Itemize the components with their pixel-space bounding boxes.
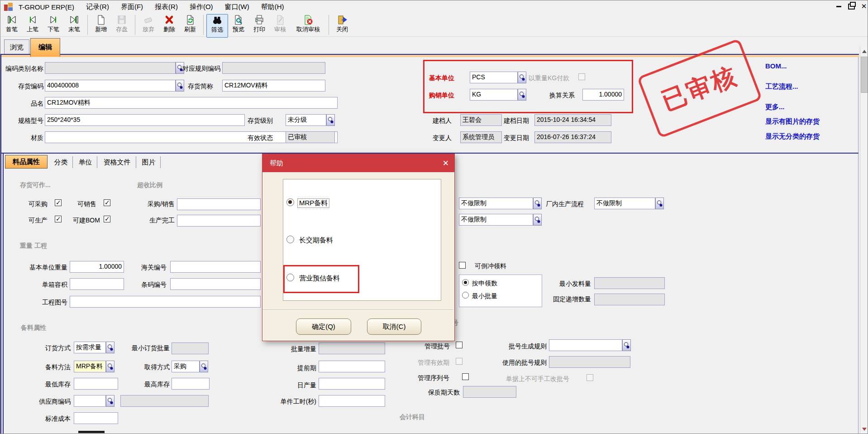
mrp-prepare-radio[interactable] <box>286 198 294 206</box>
subtab-classification[interactable]: 分类 <box>49 156 73 168</box>
toolbar-filter-button[interactable]: 筛选 <box>206 14 228 38</box>
restriction-field-1[interactable]: 不做限制 <box>459 198 533 209</box>
supplier-code-lookup-icon[interactable] <box>106 395 114 407</box>
inventory-level-lookup-icon[interactable] <box>326 114 335 126</box>
rule-code-field[interactable] <box>222 62 325 74</box>
trade-unit-field[interactable]: KG <box>470 89 518 101</box>
menu-operate[interactable]: 操作(O) <box>184 3 219 11</box>
sellable-checkbox[interactable] <box>104 199 110 206</box>
toolbar-last-button[interactable]: 末笔 <box>64 14 85 36</box>
scroll-up-icon[interactable] <box>860 47 868 56</box>
sales-forecast-radio[interactable] <box>286 274 294 281</box>
batch-rule-lookup-icon[interactable] <box>622 339 631 351</box>
restore-icon[interactable] <box>846 2 856 10</box>
max-stock-field[interactable] <box>172 378 210 390</box>
order-mode-field[interactable]: 按需求量 <box>74 342 106 353</box>
can-bom-checkbox[interactable] <box>104 216 110 222</box>
close-icon[interactable]: ✕ <box>859 2 868 10</box>
toolbar-cancel-audit-button[interactable]: 取消审核 <box>291 14 326 36</box>
backflush-checkbox[interactable] <box>459 262 466 269</box>
more-link[interactable]: 更多... <box>765 103 785 111</box>
inventory-abbr-field[interactable]: CR12MOV精料 <box>222 80 325 92</box>
coding-category-field[interactable] <box>45 62 176 74</box>
subtab-qualification-files[interactable]: 资格文件 <box>98 156 136 168</box>
dialog-close-icon[interactable]: ✕ <box>443 159 449 168</box>
toolbar-delete-button[interactable]: 删除 <box>159 14 180 36</box>
inventory-code-lookup-icon[interactable] <box>176 80 184 92</box>
manage-serial-checkbox[interactable] <box>462 373 469 380</box>
acquire-mode-lookup-icon[interactable] <box>200 361 208 372</box>
box-volume-field[interactable] <box>70 278 124 290</box>
ok-button[interactable]: 确定(Q) <box>296 318 351 335</box>
acquire-mode-field[interactable]: 采购 <box>172 361 200 372</box>
conversion-field[interactable]: 1.00000 <box>582 89 624 101</box>
restriction-1-lookup-icon[interactable] <box>533 198 542 209</box>
std-cost-field[interactable] <box>74 412 118 424</box>
over-production-field[interactable] <box>177 215 261 227</box>
cancel-button[interactable]: 取消(C) <box>367 318 421 335</box>
purchasable-checkbox[interactable] <box>55 199 62 206</box>
drawing-number-field[interactable] <box>70 296 261 308</box>
manage-batch-checkbox[interactable] <box>456 342 463 348</box>
menu-app[interactable]: T-GROUP ERP(E) <box>13 3 80 11</box>
help-dialog-titlebar[interactable]: 帮助 <box>262 154 454 172</box>
supplier-code-field[interactable] <box>74 395 106 407</box>
menu-help[interactable]: 帮助(H) <box>255 3 290 11</box>
order-mode-lookup-icon[interactable] <box>106 342 114 353</box>
subtab-units[interactable]: 单位 <box>74 156 97 168</box>
customs-code-field[interactable] <box>170 261 261 273</box>
daily-output-field[interactable] <box>319 378 385 390</box>
bom-link[interactable]: BOM... <box>765 62 787 70</box>
leadtime-field[interactable] <box>319 361 385 372</box>
over-purchase-field[interactable] <box>177 198 261 210</box>
menu-record[interactable]: 记录(R) <box>80 3 115 11</box>
base-unit-lookup-icon[interactable] <box>518 72 526 83</box>
toolbar-first-button[interactable]: 首笔 <box>1 14 22 36</box>
inventory-code-field[interactable]: 400400008 <box>45 80 176 92</box>
show-with-image-link[interactable]: 显示有图片的存货 <box>765 117 820 126</box>
menu-interface[interactable]: 界面(F) <box>115 3 149 11</box>
long-leadtime-option-label[interactable]: 长交期备料 <box>299 236 333 245</box>
min-batch-radio[interactable] <box>462 292 469 299</box>
batch-rule-field[interactable] <box>549 339 622 351</box>
subtab-item-attributes[interactable]: 料品属性 <box>5 155 48 169</box>
show-unclassified-link[interactable]: 显示无分类的存货 <box>765 132 820 141</box>
base-weight-field[interactable]: 1.00000 <box>70 261 124 273</box>
trade-unit-lookup-icon[interactable] <box>518 89 526 101</box>
restriction-2-lookup-icon[interactable] <box>533 214 542 226</box>
scroll-down-icon[interactable] <box>860 424 868 434</box>
prepare-method-lookup-icon[interactable] <box>106 361 114 372</box>
spec-field[interactable]: 250*240*35 <box>45 114 245 126</box>
barcode-field[interactable] <box>170 278 261 290</box>
min-stock-field[interactable] <box>74 378 118 390</box>
unit-hours-field[interactable] <box>319 395 385 407</box>
factory-flow-lookup-icon[interactable] <box>655 198 664 209</box>
sales-forecast-option-label[interactable]: 营业预估备料 <box>299 274 340 283</box>
base-unit-field[interactable]: PCS <box>470 72 518 83</box>
prepare-method-field[interactable]: MRP备料 <box>74 361 106 372</box>
toolbar-next-button[interactable]: 下笔 <box>43 14 64 36</box>
vertical-scrollbar[interactable] <box>860 47 868 434</box>
restriction-field-2[interactable]: 不做限制 <box>459 214 533 226</box>
toolbar-print-button[interactable]: 打印 <box>249 14 270 36</box>
toolbar-close-button[interactable]: 关闭 <box>332 14 353 36</box>
menu-window[interactable]: 窗口(W) <box>219 3 255 11</box>
process-flow-link[interactable]: 工艺流程... <box>765 82 798 91</box>
factory-flow-field[interactable]: 不做限制 <box>594 198 655 209</box>
subtab-pictures[interactable]: 图片 <box>137 156 161 168</box>
long-leadtime-radio[interactable] <box>286 236 294 243</box>
menu-report[interactable]: 报表(R) <box>149 3 184 11</box>
toolbar-prev-button[interactable]: 上笔 <box>22 14 43 36</box>
inventory-level-field[interactable]: 未分级 <box>286 114 326 126</box>
mrp-prepare-option-label[interactable]: MRP备料 <box>297 198 329 208</box>
producible-checkbox[interactable] <box>55 216 62 222</box>
toolbar-refresh-button[interactable]: 刷新 <box>180 14 200 36</box>
tab-edit[interactable]: 编辑 <box>30 38 60 57</box>
by-request-radio[interactable] <box>462 279 469 286</box>
tab-browse[interactable]: 浏览 <box>4 39 29 54</box>
scrollbar-thumb[interactable] <box>861 57 868 93</box>
toolbar-preview-button[interactable]: 预览 <box>228 14 249 36</box>
toolbar-new-button[interactable]: 新增 <box>91 14 111 36</box>
minimize-icon[interactable] <box>834 2 844 10</box>
product-name-field[interactable]: CR12MOV精料 <box>45 97 338 109</box>
